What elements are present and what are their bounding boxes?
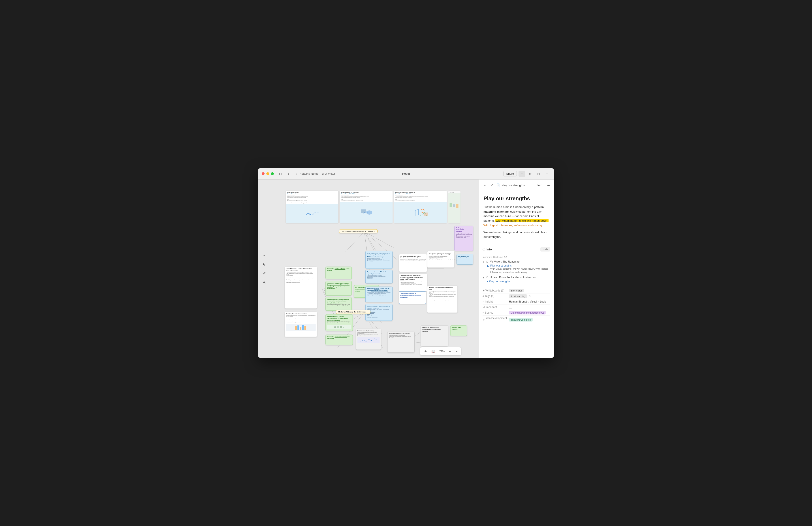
ladder-abstraction-card[interactable]: Up and Down the Ladder of Abstraction Pl… <box>285 267 317 309</box>
forward-button[interactable]: › <box>293 171 300 177</box>
doc-obj-body: Mode of communication • A representation… <box>340 195 393 202</box>
new-reps-systems-card[interactable]: New representations for systems • New re… <box>388 332 415 353</box>
minimize-button[interactable] <box>266 172 269 175</box>
highlight-logical: With logical inferences, we're slow and … <box>483 224 543 227</box>
doc-obj-title: Dynamic Objects-To-Think-With <box>340 193 393 195</box>
checkbox-unchecked[interactable] <box>509 305 512 309</box>
panel-collapse-button[interactable]: » <box>482 182 488 188</box>
calendar-button[interactable]: ⊡ <box>535 171 542 177</box>
note-main-title: Play our strengths <box>483 196 549 202</box>
vision-roadmap-header[interactable]: ▼ 🗒 My Vision: The Roadmap <box>482 260 550 263</box>
ladder-play-link[interactable]: Play our strengths <box>489 280 510 283</box>
canvas-panel[interactable]: » <box>258 180 479 358</box>
expand-panel-button[interactable]: » <box>261 252 267 259</box>
svg-line-3 <box>346 232 364 252</box>
doc-obj-section: Dynamic Objects-To-Think-With <box>340 191 393 193</box>
grid-button[interactable]: ⊞ <box>544 171 550 177</box>
note-body: But the human brain is fundamentally a p… <box>483 205 549 239</box>
panel-maximize-button[interactable]: ⤢ <box>489 182 495 188</box>
pen-tool-button[interactable] <box>261 270 267 276</box>
doc-dynamic-math[interactable]: Dynamic Mathematics Dynamic Mathematics … <box>286 191 339 223</box>
breadcrumb-part1[interactable]: Reading Notes <box>300 172 318 175</box>
important-label: ☑ Important <box>482 305 509 309</box>
ladder-bullet: • <box>487 280 488 284</box>
source-tag[interactable]: Up and Down the Ladder of Ab <box>509 311 546 314</box>
see-entire-card[interactable]: We need to see the entire state of the s… <box>325 281 352 296</box>
hide-button[interactable]: Hide <box>540 247 550 252</box>
select-tool-button[interactable] <box>261 261 267 268</box>
humane-representation-node[interactable]: The Humane Representation of Thought ··· <box>339 229 378 233</box>
breadcrumb-part2[interactable]: Bret Victor <box>322 172 335 175</box>
idea-dev-value: Thought Complete <box>509 318 550 321</box>
criteria-good-card[interactable]: Criteria for good dynamic representation… <box>421 326 448 346</box>
insight-value: Human Strength: Visual > Logic <box>509 300 550 303</box>
dynamic-medium-card[interactable]: The dynamic medium is computational, res… <box>399 292 426 304</box>
doc-dynamic-environments[interactable]: Dynamic Environments-To-Think-In Dynamic… <box>394 191 447 223</box>
tag-dot <box>529 295 531 297</box>
bret-victor-tag[interactable]: Bret Victor <box>509 289 524 293</box>
hci-tag[interactable]: # hci learning <box>509 294 527 298</box>
zoom-in-button[interactable]: + <box>448 349 452 354</box>
create-interactions-card[interactable]: We need to create interactions over the … <box>325 335 353 345</box>
creating-reps-card[interactable]: We need a way of creating representation… <box>325 314 353 331</box>
titlebar: ⊟ ‹ › Reading Notes / Bret Victor Hepta … <box>258 168 554 180</box>
doc-obj-image <box>340 202 393 223</box>
ladder-collapse-arrow: ▼ <box>482 276 485 279</box>
ladder-content: • Play our strengths <box>482 280 550 284</box>
rep-service-card[interactable]: Representation should help human capabil… <box>365 270 393 284</box>
canvas-content[interactable]: Dynamic Mathematics Dynamic Mathematics … <box>258 180 479 358</box>
doc-env-section: Dynamic Environments-To-Think-In <box>394 191 447 193</box>
eye-view-button[interactable]: 👁 <box>422 348 429 354</box>
coding-engineering-card[interactable]: Coding is ge... engineering... achieving… <box>454 226 474 251</box>
see-behavior-card[interactable]: We need to see the behavior of the syste… <box>325 267 352 279</box>
search-button[interactable] <box>261 279 267 285</box>
back-button[interactable]: ‹ <box>285 171 291 177</box>
share-button[interactable]: Share <box>503 171 517 176</box>
svg-rect-36 <box>456 204 459 208</box>
layer-button[interactable]: ⊕ <box>527 171 534 177</box>
every-tech-card[interactable]: Every technology that enables us in cert… <box>365 251 393 269</box>
whiteboards-row: ⊞ Whiteboards (1) Bret Victor <box>482 288 550 294</box>
note-icon: 🗒 <box>486 260 489 263</box>
doc-math-body: Mode of communication • Abstract mathema… <box>286 195 338 204</box>
powerful-medium-card[interactable]: A powerful medium should help us create … <box>365 287 393 302</box>
svg-rect-44 <box>340 326 342 328</box>
multiple-reps-card[interactable]: We need multiple representations to look… <box>325 297 352 311</box>
svg-rect-43 <box>337 326 339 328</box>
media-unthinkable-node[interactable]: Media for Thinking the Unthinkable ··· <box>336 310 371 314</box>
top-doc-strip: Dynamic Mathematics Dynamic Mathematics … <box>286 191 461 223</box>
maximize-button[interactable] <box>271 172 274 175</box>
info-panel: ⓘ Info Hide Incoming Backlinks (2) ▼ 🗒 M… <box>479 245 554 358</box>
right-way-card[interactable]: The right way is to understand a system … <box>399 274 427 292</box>
important-checkbox[interactable] <box>509 305 550 309</box>
close-button[interactable] <box>262 172 264 175</box>
drawing-dynamic-card[interactable]: Drawing Dynamic Visualizations Data help… <box>285 312 317 337</box>
whiteboards-value: Bret Victor <box>509 289 550 292</box>
more-options-button[interactable]: ••• <box>546 182 551 188</box>
note-para2: We are human beings, and our tools shoul… <box>483 230 549 239</box>
dynamic-env-card[interactable]: Dynamic environment for intellectual wor… <box>427 285 458 313</box>
highlight-visual-patterns: With visual patterns, we win hands-down. <box>495 219 548 222</box>
ladder-backlink-header[interactable]: ▼ 🗒 Up and Down the Ladder of Abstractio… <box>482 276 550 279</box>
doc-future-partial[interactable]: The Fu... <box>448 191 461 223</box>
zoom-out-button[interactable]: − <box>454 349 459 354</box>
book-view-button[interactable]: 📖 <box>430 348 436 354</box>
thought-complete-badge[interactable]: Thought Complete <box>509 318 533 322</box>
not-allowed-card[interactable]: We're not allowed to use our full intell… <box>399 254 427 272</box>
metadata-table: ⊞ Whiteboards (1) Bret Victor # Tags (1) <box>479 286 554 326</box>
use-body-card[interactable]: Use the body is a tool you used. <box>456 254 473 265</box>
we-need-system-card[interactable]: We need of the system... <box>450 326 467 336</box>
svg-rect-34 <box>450 203 452 207</box>
doc-dynamic-objects[interactable]: Dynamic Objects-To-Think-With Dynamic Ob… <box>340 191 393 223</box>
info-label: Info <box>487 248 492 251</box>
science-engineering-card[interactable]: Science and Engineering The goal of scie… <box>356 329 381 350</box>
layout-view-button[interactable]: ⊞ <box>519 171 525 177</box>
source-value: Up and Down the Ladder of Ab <box>509 311 550 314</box>
sidebar-toggle-button[interactable]: ⊟ <box>277 171 284 177</box>
play-strengths-link[interactable]: Play our strengths <box>490 264 550 267</box>
algebraic-eq-card[interactable]: How do you represent an algebraic equati… <box>427 251 454 268</box>
info-button[interactable]: Info <box>536 183 544 188</box>
app-title: Hepta <box>402 172 410 175</box>
whiteboards-label: ⊞ Whiteboards (1) <box>482 289 509 292</box>
tags-row: # Tags (1) # hci learning <box>482 294 550 299</box>
